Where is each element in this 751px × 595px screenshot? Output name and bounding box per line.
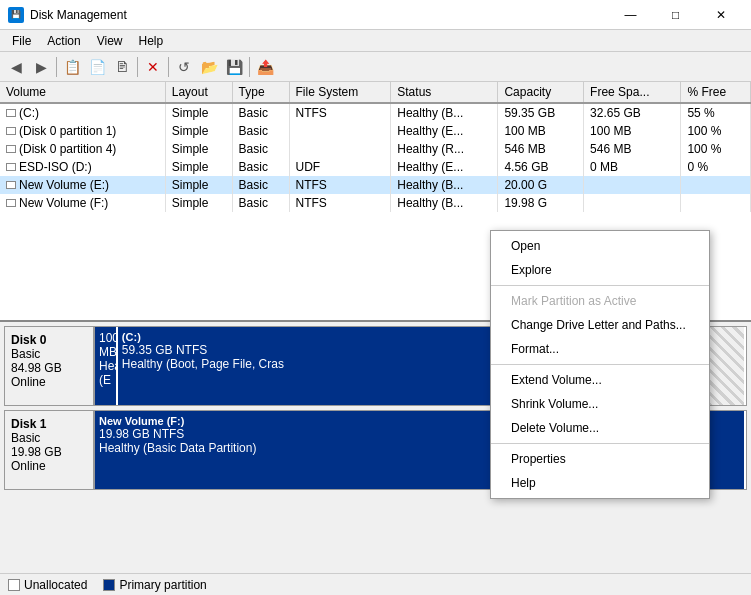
context-menu-item[interactable]: Open — [491, 234, 709, 258]
cell-free: 100 MB — [584, 122, 681, 140]
cell-fs: NTFS — [289, 176, 391, 194]
context-menu: OpenExploreMark Partition as ActiveChang… — [490, 230, 710, 499]
table-row[interactable]: New Volume (E:) Simple Basic NTFS Health… — [0, 176, 751, 194]
disk-info: Disk 1 Basic 19.98 GB Online — [5, 411, 95, 489]
partition[interactable]: (C:) 59.35 GB NTFS Healthy (Boot, Page F… — [118, 327, 546, 405]
cell-capacity: 100 MB — [498, 122, 584, 140]
menu-help[interactable]: Help — [131, 32, 172, 50]
toolbar-btn-2[interactable]: 📄 — [85, 55, 109, 79]
cell-type: Basic — [232, 140, 289, 158]
cell-status: Healthy (B... — [391, 176, 498, 194]
col-type: Type — [232, 82, 289, 103]
context-menu-item[interactable]: Delete Volume... — [491, 416, 709, 440]
context-menu-separator — [491, 364, 709, 365]
disk-info: Disk 0 Basic 84.98 GB Online — [5, 327, 95, 405]
unallocated-icon — [8, 579, 20, 591]
disk-status: Online — [11, 375, 87, 389]
cell-volume: (C:) — [0, 103, 165, 122]
disk-size: 19.98 GB — [11, 445, 87, 459]
context-menu-item[interactable]: Explore — [491, 258, 709, 282]
context-menu-item[interactable]: Change Drive Letter and Paths... — [491, 313, 709, 337]
cell-layout: Simple — [165, 122, 232, 140]
primary-legend: Primary partition — [103, 578, 206, 592]
toolbar-btn-refresh[interactable]: ↺ — [172, 55, 196, 79]
cell-layout: Simple — [165, 103, 232, 122]
table-row[interactable]: (Disk 0 partition 1) Simple Basic Health… — [0, 122, 751, 140]
context-menu-separator — [491, 285, 709, 286]
unallocated-legend: Unallocated — [8, 578, 87, 592]
context-menu-item: Mark Partition as Active — [491, 289, 709, 313]
cell-free: 32.65 GB — [584, 103, 681, 122]
partition-desc: Healthy (E — [99, 359, 112, 387]
toolbar-btn-open[interactable]: 📂 — [197, 55, 221, 79]
table-row[interactable]: New Volume (F:) Simple Basic NTFS Health… — [0, 194, 751, 212]
toolbar-btn-export[interactable]: 📤 — [253, 55, 277, 79]
menu-view[interactable]: View — [89, 32, 131, 50]
menu-action[interactable]: Action — [39, 32, 88, 50]
back-button[interactable]: ◀ — [4, 55, 28, 79]
app-icon: 💾 — [8, 7, 24, 23]
window-controls: — □ ✕ — [608, 5, 743, 25]
cell-fs: UDF — [289, 158, 391, 176]
partition[interactable]: 100 MB Healthy (E — [95, 327, 118, 405]
disk-status: Online — [11, 459, 87, 473]
cell-pct — [681, 194, 751, 212]
toolbar-btn-1[interactable]: 📋 — [60, 55, 84, 79]
cell-volume: (Disk 0 partition 1) — [0, 122, 165, 140]
col-fs: File System — [289, 82, 391, 103]
volume-table: Volume Layout Type File System Status Ca… — [0, 82, 751, 212]
main-content: Volume Layout Type File System Status Ca… — [0, 82, 751, 573]
cell-pct: 0 % — [681, 158, 751, 176]
context-menu-item[interactable]: Properties — [491, 447, 709, 471]
context-menu-item[interactable]: Help — [491, 471, 709, 495]
disk-name: Disk 1 — [11, 417, 87, 431]
cell-fs — [289, 140, 391, 158]
cell-fs — [289, 122, 391, 140]
minimize-button[interactable]: — — [608, 5, 653, 25]
context-menu-item[interactable]: Shrink Volume... — [491, 392, 709, 416]
cell-free: 0 MB — [584, 158, 681, 176]
cell-type: Basic — [232, 122, 289, 140]
cell-volume: ESD-ISO (D:) — [0, 158, 165, 176]
cell-capacity: 59.35 GB — [498, 103, 584, 122]
col-free: Free Spa... — [584, 82, 681, 103]
table-row[interactable]: (C:) Simple Basic NTFS Healthy (B... 59.… — [0, 103, 751, 122]
window-title: Disk Management — [30, 8, 127, 22]
cell-type: Basic — [232, 103, 289, 122]
cell-free: 546 MB — [584, 140, 681, 158]
cell-type: Basic — [232, 194, 289, 212]
partition-name: (C:) — [122, 331, 540, 343]
cell-capacity: 19.98 G — [498, 194, 584, 212]
forward-button[interactable]: ▶ — [29, 55, 53, 79]
toolbar-btn-3[interactable]: 🖹 — [110, 55, 134, 79]
table-row[interactable]: (Disk 0 partition 4) Simple Basic Health… — [0, 140, 751, 158]
toolbar-btn-delete[interactable]: ✕ — [141, 55, 165, 79]
table-row[interactable]: ESD-ISO (D:) Simple Basic UDF Healthy (E… — [0, 158, 751, 176]
unallocated-label: Unallocated — [24, 578, 87, 592]
context-menu-item[interactable]: Format... — [491, 337, 709, 361]
cell-status: Healthy (B... — [391, 103, 498, 122]
cell-fs: NTFS — [289, 103, 391, 122]
close-button[interactable]: ✕ — [698, 5, 743, 25]
cell-volume: (Disk 0 partition 4) — [0, 140, 165, 158]
disk-type: Basic — [11, 431, 87, 445]
toolbar-separator-3 — [168, 57, 169, 77]
maximize-button[interactable]: □ — [653, 5, 698, 25]
cell-volume: New Volume (E:) — [0, 176, 165, 194]
cell-type: Basic — [232, 176, 289, 194]
toolbar-btn-save[interactable]: 💾 — [222, 55, 246, 79]
menu-file[interactable]: File — [4, 32, 39, 50]
col-pct: % Free — [681, 82, 751, 103]
cell-capacity: 546 MB — [498, 140, 584, 158]
cell-capacity: 4.56 GB — [498, 158, 584, 176]
context-menu-item[interactable]: Extend Volume... — [491, 368, 709, 392]
toolbar-separator-2 — [137, 57, 138, 77]
cell-pct: 100 % — [681, 122, 751, 140]
cell-free — [584, 176, 681, 194]
partition-size: 59.35 GB NTFS — [122, 343, 540, 357]
toolbar: ◀ ▶ 📋 📄 🖹 ✕ ↺ 📂 💾 📤 — [0, 52, 751, 82]
cell-pct — [681, 176, 751, 194]
cell-volume: New Volume (F:) — [0, 194, 165, 212]
disk-name: Disk 0 — [11, 333, 87, 347]
cell-status: Healthy (E... — [391, 122, 498, 140]
